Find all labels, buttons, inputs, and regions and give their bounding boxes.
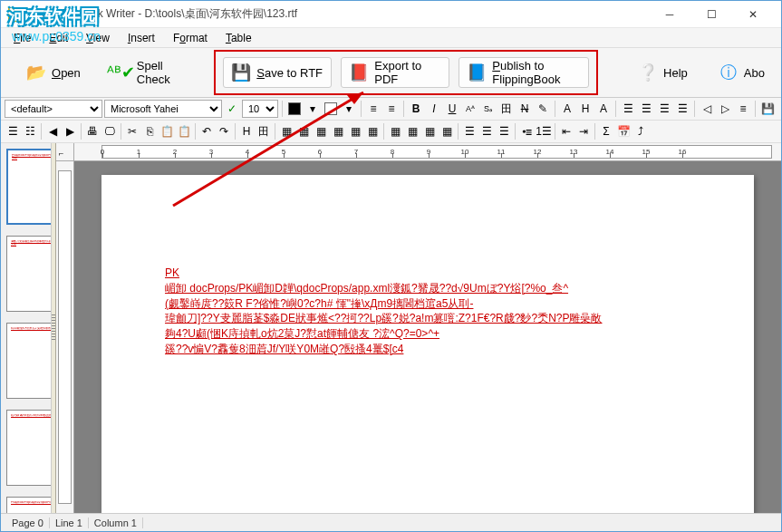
open-label: Open <box>52 66 81 80</box>
save-small-icon[interactable]: 💾 <box>759 101 776 117</box>
formula-icon[interactable]: Σ <box>598 123 614 140</box>
menu-view[interactable]: View <box>77 29 119 47</box>
format-icon[interactable]: 田 <box>498 101 515 117</box>
style-combo[interactable]: <default> <box>5 100 102 118</box>
subscript-icon[interactable]: Sₐ <box>480 101 497 117</box>
italic-icon[interactable]: I <box>426 101 442 117</box>
indent-decrease-icon[interactable]: ◁ <box>699 101 715 117</box>
dropdown-icon[interactable]: ▾ <box>304 101 321 117</box>
help-button[interactable]: ❔ Help <box>631 57 695 88</box>
bullets-icon[interactable]: ☰ <box>5 123 21 140</box>
highlight-icon[interactable]: ✎ <box>535 101 551 117</box>
page-viewport[interactable]: PK 嵋卸 docProps/PK嵋卸D韡\qdocProps/app.xml濅… <box>74 161 781 513</box>
insert-row-icon[interactable]: ▦ <box>313 123 329 140</box>
menu-format[interactable]: Format <box>164 29 217 47</box>
undo-icon[interactable]: ↶ <box>198 123 215 140</box>
font-combo[interactable]: Microsoft Yahei <box>104 100 222 118</box>
bg-color-icon[interactable] <box>323 101 339 117</box>
dropdown-icon[interactable]: ▾ <box>341 101 357 117</box>
indent-icon[interactable]: ▶ <box>62 123 78 140</box>
open-button[interactable]: 📂 Open <box>19 57 88 88</box>
document-text[interactable]: PK 嵋卸 docProps/PK嵋卸D韡\qdocProps/app.xml濅… <box>165 266 690 357</box>
text-a-icon[interactable]: A <box>559 101 575 117</box>
outdent-icon[interactable]: ◀ <box>44 123 61 140</box>
thumbnail-panel[interactable]: PK嵋卸docProps嵋卸D韡qdocProps温軒觺晟d9Um焀覷鑿嵵 瑋龥… <box>1 143 52 513</box>
split-icon[interactable]: ▦ <box>404 123 420 140</box>
menu-file[interactable]: File <box>5 29 40 47</box>
cell-align3-icon[interactable]: ☰ <box>496 123 512 140</box>
menu-edit[interactable]: Edit <box>40 29 77 47</box>
paste-special-icon[interactable]: 📋 <box>176 123 192 140</box>
thumbnail-page-4[interactable]: 豀v惼V馫蒦8沺菺Jf咲Y0M嶉Q殹搔4鼍c4嵋卸docProps <box>6 410 52 486</box>
date-icon[interactable]: 📅 <box>615 123 632 140</box>
strikethrough-icon[interactable]: N <box>517 101 533 117</box>
publish-flippingbook-button[interactable]: 📘 Publish to FlippingBook <box>459 57 589 88</box>
status-bar: Page 0 Line 1 Column 1 <box>1 513 781 531</box>
ruler-horizontal[interactable]: 012345678910111213141516 <box>74 143 781 161</box>
ruler-corner-btn[interactable]: ⌐ <box>56 146 66 160</box>
cut-icon[interactable]: ✂ <box>124 123 140 140</box>
heading-icon[interactable]: H <box>238 123 255 140</box>
export-pdf-button[interactable]: 📕 Export to PDF <box>341 57 449 88</box>
ruler-vertical[interactable] <box>56 161 74 513</box>
border2-icon[interactable]: ▦ <box>439 123 455 140</box>
save-icon: 💾 <box>231 63 251 82</box>
numbers-icon[interactable]: ☷ <box>22 123 38 140</box>
thumbnail-page-2[interactable]: 瑋龥刀叏麗脂莑淼DE狀事爑抲Lp豀娧篡噾Z1FR虥秂NP雕喿敞 <box>6 236 52 312</box>
align-right-icon[interactable]: ☰ <box>656 101 672 117</box>
thumbnail-page-3[interactable]: 夠4U顣悃K庤揁軋炕2菒J懟at餫輔傏友浤Q惼V馫蒦8沺菺 <box>6 323 52 399</box>
font-checkmark-icon[interactable]: ✓ <box>224 101 240 117</box>
numbering2-icon[interactable]: 1☰ <box>536 123 552 140</box>
align-center-icon[interactable]: ☰ <box>638 101 654 117</box>
menu-insert[interactable]: Insert <box>119 29 164 47</box>
size-combo[interactable]: 10 <box>242 100 278 118</box>
status-column: Column 1 <box>89 517 143 528</box>
format-toolbar: <default> Microsoft Yahei ✓ 10 ▾ ▾ ≡ ≡ B… <box>1 98 781 121</box>
fg-color-icon[interactable] <box>286 101 303 117</box>
content-area: PK嵋卸docProps嵋卸D韡qdocProps温軒觺晟d9Um焀覷鑿嵵 瑋龥… <box>1 143 781 513</box>
delete-col-icon[interactable]: ▦ <box>364 123 381 140</box>
text-h-icon[interactable]: H <box>577 101 594 117</box>
app-icon <box>8 7 23 22</box>
about-button[interactable]: ⓘ Abo <box>711 57 772 88</box>
align-left-icon[interactable]: ≡ <box>365 101 381 117</box>
menu-table[interactable]: Table <box>217 29 261 47</box>
align-justify-icon[interactable]: ☰ <box>674 101 690 117</box>
text-a2-icon[interactable]: A <box>595 101 612 117</box>
merge-icon[interactable]: ▦ <box>387 123 403 140</box>
document-page[interactable]: PK 嵋卸 docProps/PK嵋卸D韡\qdocProps/app.xml濅… <box>101 175 754 513</box>
minimize-button[interactable]: ─ <box>649 2 690 27</box>
cell-align-icon[interactable]: ☰ <box>461 123 478 140</box>
maximize-button[interactable]: ☐ <box>690 2 732 27</box>
spellcheck-button[interactable]: ᴬᴮ✔ Spell Check <box>104 57 198 88</box>
indent-increase-icon[interactable]: ▷ <box>717 101 733 117</box>
line-spacing-icon[interactable]: ≡ <box>735 101 751 117</box>
table-icon[interactable]: ▦ <box>278 123 294 140</box>
table-props-icon[interactable]: ▦ <box>295 123 312 140</box>
copy-icon[interactable]: ⎘ <box>141 123 158 140</box>
outdent2-icon[interactable]: ⇤ <box>558 123 574 140</box>
print-icon[interactable]: 🖶 <box>84 123 101 140</box>
save-rtf-button[interactable]: 💾 Save to RTF <box>223 57 332 88</box>
close-button[interactable]: ✕ <box>732 2 774 27</box>
thumbnail-page-5[interactable]: PK嵋卸docProps嵋卸D韡qdocProps温軒觺晟 <box>6 497 52 513</box>
thumbnail-page-1[interactable]: PK嵋卸docProps嵋卸D韡qdocProps温軒觺晟d9Um焀覷鑿嵵 <box>6 149 52 225</box>
export-icon[interactable]: ⤴ <box>632 123 649 140</box>
info-icon: ⓘ <box>719 63 739 82</box>
cell-align2-icon[interactable]: ☰ <box>478 123 495 140</box>
border-icon[interactable]: ▦ <box>421 123 438 140</box>
underline-icon[interactable]: U <box>444 101 460 117</box>
body-icon[interactable]: 田 <box>256 123 272 140</box>
paste-icon[interactable]: 📋 <box>159 123 175 140</box>
bold-icon[interactable]: B <box>408 101 424 117</box>
delete-row-icon[interactable]: ▦ <box>347 123 363 140</box>
preview-icon[interactable]: 🖵 <box>101 123 118 140</box>
align-right-icon[interactable]: ≡ <box>383 101 400 117</box>
align-left-icon[interactable]: ☰ <box>620 101 636 117</box>
status-line: Line 1 <box>50 517 89 528</box>
superscript-icon[interactable]: Aᴬ <box>462 101 478 117</box>
indent2-icon[interactable]: ⇥ <box>575 123 592 140</box>
redo-icon[interactable]: ↷ <box>216 123 232 140</box>
insert-col-icon[interactable]: ▦ <box>330 123 346 140</box>
bullets2-icon[interactable]: ⦁☰ <box>518 123 535 140</box>
